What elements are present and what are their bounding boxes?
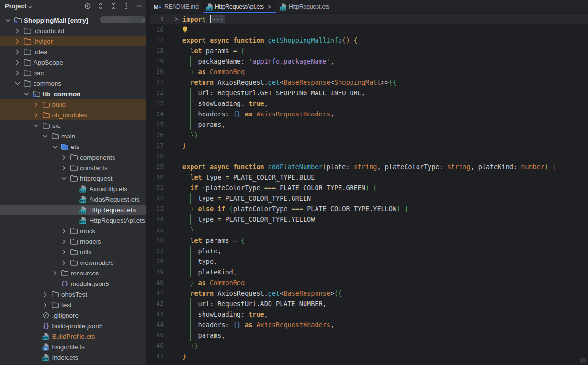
chevron-right-icon[interactable] [33, 110, 42, 120]
code-line-38[interactable]: 38 type, [150, 256, 588, 267]
code-line-29[interactable]: 29export async function addPlateNumber(p… [150, 161, 588, 172]
tree-item-utils[interactable]: utils [0, 247, 146, 257]
chevron-right-icon[interactable] [60, 247, 70, 257]
tree-item-build-profile-json5[interactable]: {}build-profile.json5 [0, 320, 146, 331]
editor-code-area[interactable]: 1import ...1617export async function get… [150, 13, 588, 365]
chevron-right-icon[interactable] [14, 25, 23, 36]
chevron-down-icon[interactable] [51, 141, 61, 152]
code-line-23[interactable]: 23 showLoading: true, [150, 98, 588, 109]
code-line-1[interactable]: 1import ... [150, 14, 588, 24]
tree-item-constants[interactable]: constants [0, 162, 146, 173]
code-line-19[interactable]: 19 packageName: 'appInfo.packageName', [150, 56, 588, 67]
code-line-35[interactable]: 35 } [150, 225, 588, 235]
tree-item-test[interactable]: test [0, 299, 146, 310]
code-line-46[interactable]: 46 }) [150, 341, 588, 351]
tree-item-module-json5[interactable]: {}module.json5 [0, 278, 146, 289]
tree-item--gitignore[interactable]: .gitignore [0, 310, 146, 320]
code-line-20[interactable]: 20 } as CommonReq [150, 67, 588, 77]
tree-item-components[interactable]: components [0, 152, 146, 162]
code-line-43[interactable]: 43 showLoading: true, [150, 309, 588, 319]
code-line-26[interactable]: 26 }) [150, 130, 588, 140]
editor-tab-readme-md[interactable]: MREADME.md [150, 0, 203, 13]
fold-marker-icon[interactable] [164, 14, 181, 24]
chevron-right-icon[interactable] [14, 68, 23, 78]
tree-item-src[interactable]: src [0, 120, 146, 131]
code-line-47[interactable]: 47} [150, 351, 588, 362]
chevron-down-icon[interactable] [4, 15, 14, 25]
tree-item-oh-modules[interactable]: oh_modules [0, 110, 146, 120]
chevron-right-icon[interactable] [14, 46, 23, 57]
tree-item-buildprofile-ets[interactable]: ETSBuildProfile.ets [0, 331, 146, 342]
chevron-right-icon[interactable] [42, 299, 51, 310]
tree-item-ets[interactable]: ets [0, 141, 146, 152]
collapse-all-icon[interactable] [110, 2, 117, 10]
chevron-right-icon[interactable] [51, 268, 61, 278]
tree-item-mock[interactable]: mock [0, 226, 146, 236]
tree-item-commons[interactable]: commons [0, 78, 146, 89]
tree-item-hvigorfile-ts[interactable]: TShvigorfile.ts [0, 342, 146, 352]
chevron-right-icon[interactable] [14, 36, 23, 46]
code-line-37[interactable]: 37 plate, [150, 246, 588, 256]
tree-item-httprequestapi-ets[interactable]: ETSHttpRequestApi.ets [0, 215, 146, 226]
tree-item-models[interactable]: models [0, 236, 146, 247]
tree-item--idea[interactable]: .idea [0, 46, 146, 57]
code-line-34[interactable]: 34 type = PLATE_COLOR_TYPE.YELLOW [150, 214, 588, 225]
code-line-45[interactable]: 45 params, [150, 330, 588, 341]
editor-tab-httprequestapi-ets[interactable]: ETSHttpRequestApi.ets [203, 0, 276, 13]
project-panel-title[interactable]: Project [5, 2, 26, 10]
chevron-right-icon[interactable] [60, 152, 70, 162]
tree-item-appscope[interactable]: AppScope [0, 57, 146, 68]
code-line-22[interactable]: 22 url: RequestUrl.GET_SHOPPING_MALL_INF… [150, 88, 588, 98]
code-line-28[interactable]: 28 [150, 151, 588, 161]
chevron-down-icon[interactable] [14, 78, 23, 89]
close-icon[interactable] [267, 4, 272, 10]
chevron-right-icon[interactable] [14, 57, 23, 68]
code-line-17[interactable]: 17export async function getShoppingMallI… [150, 35, 588, 46]
code-line-25[interactable]: 25 params, [150, 119, 588, 130]
code-line-44[interactable]: 44 headers: {} as AxiosRequestHeaders, [150, 319, 588, 330]
chevron-down-icon[interactable] [42, 131, 51, 141]
tree-item-viewmodels[interactable]: viewmodels [0, 257, 146, 268]
code-line-36[interactable]: 36 let params = { [150, 235, 588, 246]
tree-item--cloudbuild[interactable]: .cloudbuild [0, 25, 146, 36]
expand-all-icon[interactable] [97, 2, 104, 10]
code-line-18[interactable]: 18 let params = { [150, 46, 588, 56]
code-line-40[interactable]: 40 } as CommonReq [150, 277, 588, 288]
code-line-16[interactable]: 16 [150, 24, 588, 35]
code-line-31[interactable]: 31 if (plateColorType === PLATE_COLOR_TY… [150, 182, 588, 193]
code-line-42[interactable]: 42 url: RequestUrl.ADD_PLATE_NUMBER, [150, 298, 588, 309]
tree-item-bac[interactable]: bac [0, 68, 146, 78]
chevron-right-icon[interactable] [42, 289, 51, 299]
code-line-33[interactable]: 33 } else if (plateColorType === PLATE_C… [150, 204, 588, 214]
chevron-right-icon[interactable] [60, 226, 70, 236]
more-options-icon[interactable] [123, 2, 130, 10]
chevron-down-icon[interactable] [23, 89, 33, 99]
chevron-down-icon[interactable] [60, 173, 70, 183]
editor-tab-httprequest-ets[interactable]: ETSHttpRequest.ets [276, 0, 333, 13]
tree-item-httprequest-ets[interactable]: ETSHttpRequest.ets [0, 205, 146, 215]
code-line-27[interactable]: 27} [150, 140, 588, 151]
code-line-39[interactable]: 39 plateKind, [150, 267, 588, 277]
tree-item-httprequest[interactable]: httprequest [0, 173, 146, 183]
tree-item-axiosrequest-ets[interactable]: ETSAxiosRequest.ets [0, 194, 146, 205]
chevron-right-icon[interactable] [60, 257, 70, 268]
tree-item-index-ets[interactable]: ETSIndex.ets [0, 352, 146, 363]
code-line-41[interactable]: 41 return AxiosRequest.get<BaseResponse>… [150, 288, 588, 298]
tree-item--hvigor[interactable]: .hvigor [0, 36, 146, 46]
tree-item-resources[interactable]: resources [0, 268, 146, 278]
folded-region[interactable]: ... [211, 15, 225, 23]
chevron-right-icon[interactable] [60, 162, 70, 173]
tree-item-main[interactable]: main [0, 131, 146, 141]
hide-panel-icon[interactable] [136, 2, 143, 10]
tree-item-build[interactable]: build [0, 99, 146, 110]
locate-icon[interactable] [84, 2, 91, 10]
chevron-right-icon[interactable] [60, 236, 70, 247]
code-line-24[interactable]: 24 headers: {} as AxiosRequestHeaders, [150, 109, 588, 119]
chevron-down-icon[interactable] [33, 120, 42, 131]
code-line-30[interactable]: 30 let type = PLATE_COLOR_TYPE.BLUE [150, 172, 588, 182]
tree-item-axioshttp-ets[interactable]: ETSAxiosHttp.ets [0, 183, 146, 194]
code-line-32[interactable]: 32 type = PLATE_COLOR_TYPE.GREEN [150, 193, 588, 204]
code-line-21[interactable]: 21 return AxiosRequest.get<BaseResponse<… [150, 77, 588, 88]
tree-item-ohostest[interactable]: ohosTest [0, 289, 146, 299]
chevron-right-icon[interactable] [33, 99, 42, 110]
